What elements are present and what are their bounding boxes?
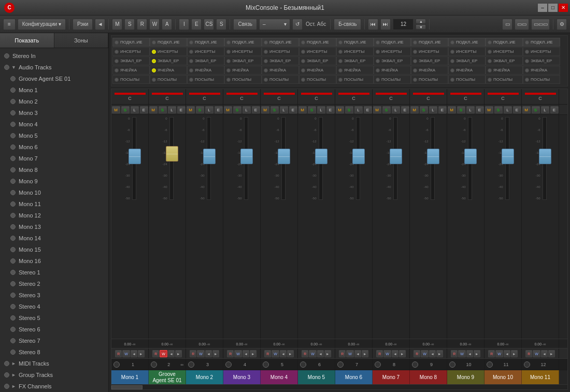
btn-l-5[interactable]: L bbox=[280, 106, 288, 113]
arrow-right-btn-12[interactable]: ► bbox=[548, 350, 555, 357]
channel-circle-2[interactable] bbox=[151, 361, 157, 368]
arrow-left-button[interactable]: ◄ bbox=[95, 19, 105, 30]
sidebar-item-mono11[interactable]: Mono 11 bbox=[0, 198, 108, 210]
fader-handle-3[interactable] bbox=[203, 149, 216, 164]
header-cell-2-10[interactable]: ИНСЕРТЫ bbox=[448, 47, 486, 56]
btn-e-9[interactable]: E bbox=[438, 106, 447, 113]
header-cell-5-4[interactable]: ПОСЫЛЫ bbox=[224, 75, 262, 84]
btn-l-12[interactable]: L bbox=[541, 106, 549, 113]
btn-s-4[interactable]: S bbox=[233, 106, 241, 113]
header-cell-3-10[interactable]: ЭКВАЛ_ЕР bbox=[448, 56, 486, 65]
header-cell-4-10[interactable]: ЯЧЕЙКА bbox=[448, 66, 486, 75]
arrow-left-btn-4[interactable]: ◄ bbox=[243, 350, 249, 357]
sidebar-item-mono10[interactable]: Mono 10 bbox=[0, 187, 108, 198]
r-btn-1[interactable]: R bbox=[115, 350, 122, 357]
header-cell-3-3[interactable]: ЭКВАЛ_ЕР bbox=[187, 56, 224, 65]
btn-w[interactable]: W bbox=[149, 19, 160, 30]
btn-e[interactable]: E bbox=[191, 19, 202, 30]
channel-label-5[interactable]: Mono 4 bbox=[261, 370, 298, 385]
r-btn-5[interactable]: R bbox=[264, 350, 271, 357]
fader-handle-9[interactable] bbox=[427, 149, 439, 164]
config-button[interactable]: Конфигурации ▾ bbox=[18, 19, 66, 30]
header-cell-4-9[interactable]: ЯЧЕЙКА bbox=[411, 66, 448, 75]
w-btn-5[interactable]: W bbox=[272, 350, 279, 357]
btn-s-6[interactable]: S bbox=[308, 106, 316, 113]
channel-label-2[interactable]: Groove Agent SE 01 bbox=[149, 370, 186, 385]
header-cell-1-10[interactable]: ПОДКЛ..ИЕ bbox=[448, 38, 486, 47]
r-btn-11[interactable]: R bbox=[488, 350, 495, 357]
header-cell-5-6[interactable]: ПОСЫЛЫ bbox=[299, 75, 336, 84]
fader-handle-1[interactable] bbox=[129, 149, 141, 164]
transport-prev[interactable]: ⏮ bbox=[368, 19, 378, 30]
header-cell-1-11[interactable]: ПОДКЛ..ИЕ bbox=[486, 38, 523, 47]
channel-circle-10[interactable] bbox=[449, 361, 455, 368]
w-btn-11[interactable]: W bbox=[495, 350, 503, 357]
sidebar-group-fx[interactable]: ► FX Channels bbox=[0, 381, 108, 392]
channel-circle-1[interactable] bbox=[113, 361, 120, 368]
btn-e-4[interactable]: E bbox=[252, 106, 260, 113]
channel-circle-5[interactable] bbox=[263, 361, 269, 368]
sidebar-group-audio[interactable]: ▼ Audio Tracks bbox=[0, 62, 108, 73]
btn-e-7[interactable]: E bbox=[364, 106, 372, 113]
clip-indicator-10[interactable] bbox=[450, 93, 481, 95]
header-cell-2-8[interactable]: ИНСЕРТЫ bbox=[374, 47, 411, 56]
r-btn-8[interactable]: R bbox=[376, 350, 383, 357]
btn-e-1[interactable]: E bbox=[140, 106, 148, 113]
sidebar-item-mono12[interactable]: Mono 12 bbox=[0, 210, 108, 221]
counter-input[interactable] bbox=[393, 19, 414, 30]
sidebar-item-mono13[interactable]: Mono 13 bbox=[0, 221, 108, 233]
btn-m-4[interactable]: M bbox=[224, 106, 232, 113]
header-cell-5-8[interactable]: ПОСЫЛЫ bbox=[374, 75, 411, 84]
fader-handle-7[interactable] bbox=[352, 149, 365, 164]
btn-l-10[interactable]: L bbox=[466, 106, 475, 113]
sidebar-item-mono9[interactable]: Mono 9 bbox=[0, 176, 108, 187]
blink-button[interactable]: Б-связь bbox=[334, 19, 361, 30]
header-cell-1-2[interactable]: ПОДКЛ..ИЕ bbox=[150, 38, 187, 47]
header-cell-2-3[interactable]: ИНСЕРТЫ bbox=[187, 47, 224, 56]
btn-s-12[interactable]: S bbox=[532, 106, 540, 113]
header-cell-3-6[interactable]: ЭКВАЛ_ЕР bbox=[299, 56, 336, 65]
fader-handle-10[interactable] bbox=[464, 149, 477, 164]
arrow-right-btn-10[interactable]: ► bbox=[474, 350, 480, 357]
r-btn-3[interactable]: R bbox=[190, 350, 196, 357]
btn-m-10[interactable]: M bbox=[448, 106, 456, 113]
btn-s-9[interactable]: S bbox=[420, 106, 428, 113]
clip-indicator-9[interactable] bbox=[413, 93, 444, 95]
rji-button[interactable]: Рэки bbox=[73, 19, 93, 30]
fader-track-10[interactable] bbox=[468, 117, 472, 200]
btn-l-7[interactable]: L bbox=[354, 106, 363, 113]
header-cell-5-10[interactable]: ПОСЫЛЫ bbox=[448, 75, 486, 84]
header-cell-2-11[interactable]: ИНСЕРТЫ bbox=[486, 47, 523, 56]
sidebar-item-stereo4[interactable]: Stereo 4 bbox=[0, 301, 108, 312]
arrow-left-btn-2[interactable]: ◄ bbox=[168, 350, 175, 357]
channel-circle-12[interactable] bbox=[524, 361, 530, 368]
r-btn-4[interactable]: R bbox=[227, 350, 234, 357]
sidebar-item-stereo7[interactable]: Stereo 7 bbox=[0, 335, 108, 346]
fader-track-11[interactable] bbox=[505, 117, 509, 200]
clip-indicator-4[interactable] bbox=[226, 93, 258, 95]
w-btn-2[interactable]: W bbox=[160, 350, 167, 357]
btn-a[interactable]: A bbox=[162, 19, 172, 30]
fader-track-8[interactable] bbox=[393, 117, 397, 200]
r-btn-12[interactable]: R bbox=[525, 350, 532, 357]
view-btn3[interactable]: ▭▭▭ bbox=[531, 19, 550, 30]
arrow-left-btn-9[interactable]: ◄ bbox=[429, 350, 436, 357]
btn-l-11[interactable]: L bbox=[504, 106, 512, 113]
tab-show[interactable]: Показать bbox=[0, 33, 54, 48]
btn-s-7[interactable]: S bbox=[345, 106, 353, 113]
w-btn-10[interactable]: W bbox=[458, 350, 466, 357]
btn-m-7[interactable]: M bbox=[336, 106, 344, 113]
btn-e-8[interactable]: E bbox=[401, 106, 409, 113]
sidebar-item-stereo6[interactable]: Stereo 6 bbox=[0, 324, 108, 335]
channel-label-12[interactable]: Mono 11 bbox=[522, 370, 559, 385]
header-cell-2-6[interactable]: ИНСЕРТЫ bbox=[299, 47, 336, 56]
channel-label-7[interactable]: Mono 6 bbox=[335, 370, 373, 385]
sidebar-item-mono16[interactable]: Mono 16 bbox=[0, 255, 108, 267]
header-cell-2-12[interactable]: ИНСЕРТЫ bbox=[523, 47, 560, 56]
transport-next[interactable]: ⏭ bbox=[380, 19, 391, 30]
arrow-right-btn-9[interactable]: ► bbox=[436, 350, 443, 357]
clip-indicator-2[interactable] bbox=[152, 93, 183, 95]
sidebar-item-stereo8[interactable]: Stereo 8 bbox=[0, 346, 108, 358]
btn-m-12[interactable]: M bbox=[522, 106, 531, 113]
channel-label-4[interactable]: Mono 3 bbox=[223, 370, 261, 385]
